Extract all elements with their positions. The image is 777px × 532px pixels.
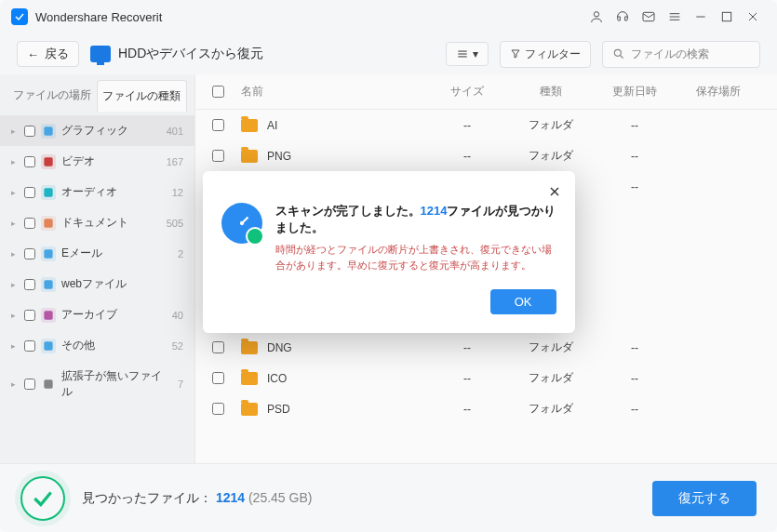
dialog-title: スキャンが完了しました。1214ファイルが見つかりました。 [275,203,556,236]
dialog-close-button[interactable] [547,184,562,203]
dialog-gauge-icon [221,203,262,244]
modal-overlay: スキャンが完了しました。1214ファイルが見つかりました。 時間が経つとファイル… [0,0,777,532]
dialog-message: 時間が経つとファイルの断片が上書きされ、復元できない場合があります。早めに復元す… [275,242,556,273]
scan-complete-dialog: スキャンが完了しました。1214ファイルが見つかりました。 時間が経つとファイル… [203,171,575,333]
dialog-ok-button[interactable]: OK [490,289,556,314]
